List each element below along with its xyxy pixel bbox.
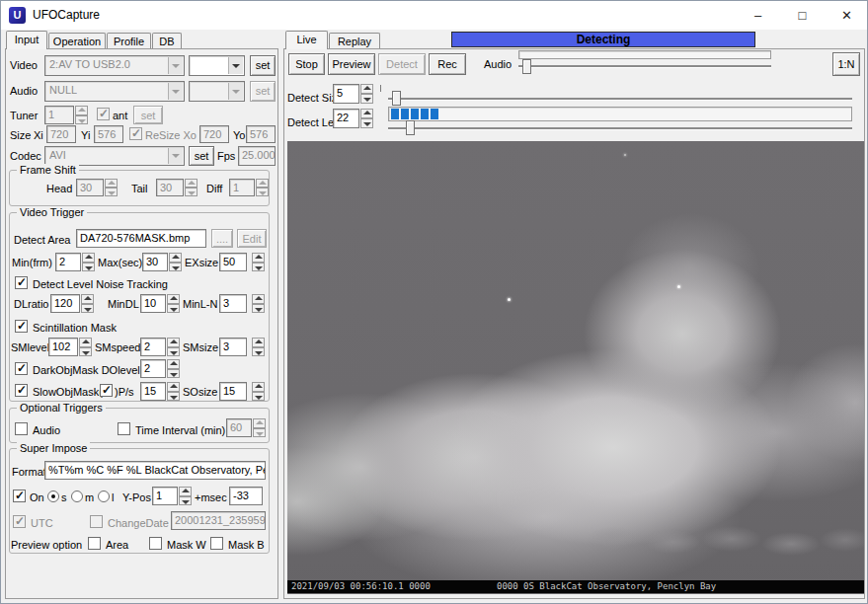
xi-label: Xi xyxy=(34,129,43,141)
chevron-down-icon xyxy=(168,83,183,100)
audio-level-label: Audio xyxy=(484,58,512,70)
codec-label: Codec xyxy=(10,150,41,162)
min-frm-field[interactable]: 2 xyxy=(55,253,81,271)
mindl-field[interactable]: 10 xyxy=(140,294,166,313)
video-set-button[interactable]: set xyxy=(250,55,276,76)
tab-profile[interactable]: Profile xyxy=(107,33,151,49)
detect-size-slider-thumb[interactable] xyxy=(392,91,401,106)
exsize-spinner[interactable] xyxy=(252,253,265,271)
ypos-field[interactable]: 1 xyxy=(152,487,178,505)
time-interval-spinner xyxy=(253,418,266,437)
ratio-button[interactable]: 1:N xyxy=(832,52,860,76)
smspeed-field[interactable]: 2 xyxy=(140,338,166,356)
detect-lev-slider-thumb[interactable] xyxy=(406,120,415,135)
size-xo-field: 720 xyxy=(199,125,229,143)
minln-field[interactable]: 3 xyxy=(219,294,247,313)
overlay-timestamp: 2021/09/03 00:56:10.1 0000 xyxy=(291,580,431,593)
slowobjmask-label: SlowObjMask( xyxy=(33,386,103,398)
dlratio-field[interactable]: 120 xyxy=(50,294,80,313)
scintillation-checkbox[interactable] xyxy=(15,320,28,333)
radio-m[interactable] xyxy=(71,491,83,502)
radio-m-label: m xyxy=(85,491,94,503)
darkobjmask-checkbox[interactable] xyxy=(15,362,28,375)
optional-triggers-title: Optional Triggers xyxy=(17,402,106,414)
slowobjmask-ps-checkbox[interactable] xyxy=(100,384,113,397)
on-label: On xyxy=(30,491,44,503)
detect-size-field[interactable]: 5 xyxy=(333,84,359,104)
rec-button[interactable]: Rec xyxy=(429,53,466,75)
dolevel-spinner[interactable] xyxy=(167,359,180,378)
area-checkbox[interactable] xyxy=(88,537,101,550)
audio-trigger-label: Audio xyxy=(33,424,60,436)
tail-spinner xyxy=(185,179,197,196)
maskb-checkbox[interactable] xyxy=(210,537,223,550)
resize-label: ReSize Xo xyxy=(145,129,197,141)
detect-lev-field[interactable]: 22 xyxy=(333,109,359,128)
chevron-down-icon[interactable] xyxy=(228,57,243,74)
smsize-field[interactable]: 3 xyxy=(219,338,247,356)
audio-device-value: NULL xyxy=(49,84,77,96)
video-preview[interactable]: 2021/09/03 00:56:10.1 0000 0000 0S Black… xyxy=(287,141,864,594)
tab-input[interactable]: Input xyxy=(6,31,47,49)
noise-tracking-checkbox[interactable] xyxy=(15,276,28,289)
preview-button[interactable]: Preview xyxy=(328,53,375,75)
video-channel-combo[interactable] xyxy=(189,55,245,76)
video-trigger-title: Video Trigger xyxy=(17,206,87,218)
radio-s[interactable] xyxy=(47,491,59,502)
min-frm-spinner[interactable] xyxy=(82,253,95,271)
ps-field[interactable]: 15 xyxy=(140,382,166,401)
maximize-button[interactable]: □ xyxy=(780,1,825,30)
tab-operation[interactable]: Operation xyxy=(48,33,106,49)
star-dot xyxy=(508,298,511,301)
smlevel-spinner[interactable] xyxy=(79,338,92,356)
meter-segment xyxy=(421,109,429,119)
detect-area-browse-button: .... xyxy=(211,229,233,248)
frame-shift-title: Frame Shift xyxy=(17,164,79,176)
mindl-spinner[interactable] xyxy=(167,294,180,313)
dlratio-spinner[interactable] xyxy=(81,294,94,313)
slider-tick xyxy=(380,85,381,92)
tab-replay[interactable]: Replay xyxy=(329,33,380,49)
smlevel-field[interactable]: 102 xyxy=(48,338,78,356)
title-bar[interactable]: U UFOCapture – □ ✕ xyxy=(1,1,867,30)
meter-segment xyxy=(431,109,438,119)
close-button[interactable]: ✕ xyxy=(825,1,868,30)
format-field[interactable]: %T%m %C %F %L BlackCat Observatory, Pen xyxy=(44,461,266,480)
audio-slider-thumb[interactable] xyxy=(522,59,531,74)
sosize-spinner[interactable] xyxy=(252,382,265,401)
maskw-checkbox[interactable] xyxy=(149,537,162,550)
smsize-spinner[interactable] xyxy=(252,338,265,356)
msec-field[interactable]: -33 xyxy=(229,487,263,505)
size-yo-field: 576 xyxy=(246,125,276,143)
codec-set-button[interactable]: set xyxy=(189,146,214,166)
tuner-field: 1 xyxy=(44,106,74,124)
audio-slider-track[interactable] xyxy=(518,65,771,67)
ps-spinner[interactable] xyxy=(167,382,180,401)
smspeed-spinner[interactable] xyxy=(167,338,180,356)
minln-spinner[interactable] xyxy=(252,294,265,313)
stop-button[interactable]: Stop xyxy=(288,53,325,75)
detect-lev-spinner[interactable] xyxy=(360,109,373,128)
max-sec-field[interactable]: 30 xyxy=(142,253,168,271)
audio-trigger-checkbox[interactable] xyxy=(15,422,28,435)
time-interval-checkbox[interactable] xyxy=(118,422,130,435)
max-sec-spinner[interactable] xyxy=(169,253,182,271)
slowobjmask-checkbox[interactable] xyxy=(15,384,28,397)
detect-area-field[interactable]: DA720-576MASK.bmp xyxy=(76,229,206,248)
ypos-spinner[interactable] xyxy=(179,487,192,505)
minimize-button[interactable]: – xyxy=(736,1,780,30)
detect-lev-slider-track[interactable] xyxy=(388,127,852,129)
exsize-field[interactable]: 50 xyxy=(219,253,247,271)
dolevel-field[interactable]: 2 xyxy=(140,359,166,378)
head-spinner xyxy=(105,179,118,196)
chevron-down-icon xyxy=(228,83,243,100)
tab-live[interactable]: Live xyxy=(285,31,328,49)
detect-size-spinner[interactable] xyxy=(360,84,373,104)
superimpose-on-checkbox[interactable] xyxy=(13,490,26,502)
smsize-label: SMsize xyxy=(183,341,218,353)
detect-size-slider-track[interactable] xyxy=(388,98,852,100)
tab-db[interactable]: DB xyxy=(152,33,182,49)
preview-option-label: Preview option xyxy=(11,539,82,551)
sosize-field[interactable]: 15 xyxy=(219,382,247,401)
radio-l[interactable] xyxy=(98,491,110,502)
